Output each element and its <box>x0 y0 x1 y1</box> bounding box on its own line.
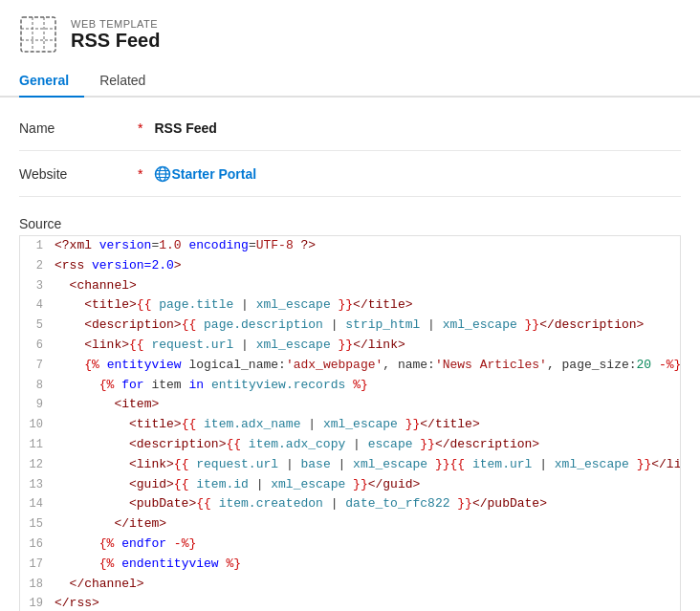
tab-general[interactable]: General <box>19 65 84 98</box>
code-line-16: 16 {% endfor -%} <box>20 535 680 555</box>
code-line-17: 17 {% endentityview %} <box>20 555 680 575</box>
website-link[interactable]: Starter Portal <box>171 166 256 182</box>
website-label: Website <box>19 166 134 182</box>
code-line-11: 11 <description>{{ item.adx_copy | escap… <box>20 435 680 455</box>
web-template-icon <box>19 15 57 54</box>
code-line-18: 18 </channel> <box>20 575 680 595</box>
name-value: RSS Feed <box>154 120 216 136</box>
code-line-3: 3 <channel> <box>20 276 680 296</box>
website-link-text: Starter Portal <box>171 166 256 182</box>
code-block: 1 <?xml version=1.0 encoding=UTF-8 ?> 2 … <box>19 235 681 611</box>
form-section: Name * RSS Feed Website * Starter Portal <box>0 98 700 205</box>
tab-related[interactable]: Related <box>99 65 161 98</box>
code-line-9: 9 <item> <box>20 395 680 415</box>
page-header: WEB TEMPLATE RSS Feed <box>0 0 700 65</box>
globe-icon <box>154 165 171 183</box>
code-line-12: 12 <link>{{ request.url | base | xml_esc… <box>20 455 680 475</box>
svg-rect-0 <box>21 17 55 52</box>
code-line-4: 4 <title>{{ page.title | xml_escape }}</… <box>20 295 680 316</box>
code-line-8: 8 {% for item in entityview.records %} <box>20 376 680 396</box>
code-line-15: 15 </item> <box>20 514 680 535</box>
page-subtitle: WEB TEMPLATE <box>71 18 160 30</box>
code-line-6: 6 <link>{{ request.url | xml_escape }}</… <box>20 336 680 356</box>
code-line-10: 10 <title>{{ item.adx_name | xml_escape … <box>20 415 680 435</box>
code-line-13: 13 <guid>{{ item.id | xml_escape }}</gui… <box>20 475 680 495</box>
website-required: * <box>138 166 142 182</box>
code-line-2: 2 <rss version=2.0> <box>20 256 680 276</box>
tab-bar: General Related <box>0 65 700 98</box>
header-text-block: WEB TEMPLATE RSS Feed <box>71 18 160 52</box>
name-required: * <box>138 120 142 136</box>
code-line-5: 5 <description>{{ page.description | str… <box>20 316 680 336</box>
form-row-name: Name * RSS Feed <box>19 105 681 151</box>
name-label: Name <box>19 120 134 136</box>
code-line-14: 14 <pubDate>{{ item.createdon | date_to_… <box>20 494 680 514</box>
code-line-7: 7 {% entityview logical_name:'adx_webpag… <box>20 356 680 376</box>
code-line-19: 19 </rss> <box>20 594 680 611</box>
code-line-1: 1 <?xml version=1.0 encoding=UTF-8 ?> <box>20 236 680 256</box>
page-title: RSS Feed <box>71 30 160 52</box>
form-row-website: Website * Starter Portal <box>19 151 681 197</box>
source-label: Source <box>0 205 700 235</box>
